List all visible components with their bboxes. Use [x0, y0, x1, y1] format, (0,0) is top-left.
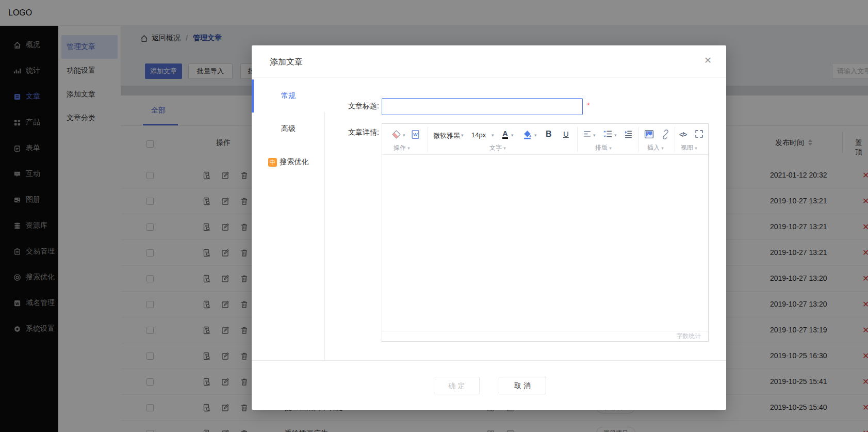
cancel-button[interactable]: 取 消 [499, 377, 546, 394]
toolbar-separator [675, 127, 675, 152]
seo-badge-icon: 中 [268, 158, 277, 167]
caret-down-icon[interactable]: ▾ [403, 133, 405, 138]
caret-down-icon[interactable]: ▾ [534, 133, 537, 138]
word-import-icon[interactable]: W [411, 130, 420, 139]
modal-header: 添加文章 ✕ [252, 45, 726, 77]
modal-body: 常规 高级 中搜索优化 文章标题: * 文章详情: ▾ W 操作 ▾ 微软雅黑 … [252, 77, 726, 360]
add-article-modal: 添加文章 ✕ 常规 高级 中搜索优化 文章标题: * 文章详情: ▾ W 操作 … [252, 45, 726, 410]
rich-text-editor: ▾ W 操作 ▾ 微软雅黑 ▾ 14px ▾ A ▾ ▾ B U 文字 ▾ ▾ [382, 123, 709, 342]
svg-text:W: W [413, 132, 418, 137]
active-tab-bar [252, 79, 254, 113]
close-icon[interactable]: ✕ [704, 55, 712, 66]
group-label-insert[interactable]: 插入 ▾ [647, 143, 664, 152]
modal-tab-advanced[interactable]: 高级 [252, 113, 325, 146]
article-detail-label: 文章详情: [325, 128, 379, 137]
required-asterisk: * [587, 101, 590, 109]
code-view-button[interactable]: </> [679, 131, 686, 138]
line-height-icon[interactable] [603, 130, 612, 138]
caret-down-icon[interactable]: ▾ [461, 133, 464, 138]
indent-icon[interactable] [624, 130, 633, 138]
group-label-text[interactable]: 文字 ▾ [489, 143, 506, 152]
bold-button[interactable]: B [546, 130, 552, 139]
confirm-button[interactable]: 确 定 [434, 377, 480, 394]
insert-link-icon[interactable] [661, 130, 670, 139]
modal-footer: 确 定 取 消 [252, 360, 726, 409]
insert-image-icon[interactable] [644, 130, 654, 139]
underline-button[interactable]: U [563, 130, 569, 138]
article-title-label: 文章标题: [325, 102, 379, 111]
group-label-op[interactable]: 操作 ▾ [394, 143, 410, 152]
modal-tab-seo[interactable]: 中搜索优化 [252, 146, 325, 179]
fullscreen-icon[interactable] [695, 130, 703, 138]
group-label-layout[interactable]: 排版 ▾ [595, 143, 612, 152]
background-color-icon[interactable] [522, 130, 532, 139]
article-title-input[interactable] [382, 98, 583, 115]
editor-content-area[interactable] [382, 155, 708, 331]
toolbar-separator [638, 127, 639, 152]
caret-down-icon[interactable]: ▾ [511, 133, 514, 138]
toolbar-separator [428, 127, 428, 152]
caret-down-icon[interactable]: ▾ [593, 133, 596, 138]
group-label-view[interactable]: 视图 ▾ [681, 143, 697, 152]
caret-down-icon[interactable]: ▾ [492, 133, 494, 138]
caret-down-icon[interactable]: ▾ [614, 133, 617, 138]
eraser-icon[interactable] [391, 130, 401, 139]
modal-title: 添加文章 [270, 57, 303, 68]
word-count-status: 字数统计 [382, 331, 708, 341]
font-size-select[interactable]: 14px [471, 131, 486, 139]
editor-toolbar: ▾ W 操作 ▾ 微软雅黑 ▾ 14px ▾ A ▾ ▾ B U 文字 ▾ ▾ [382, 124, 708, 155]
toolbar-separator [577, 127, 578, 152]
font-color-button[interactable]: A [502, 130, 508, 139]
align-icon[interactable] [583, 130, 592, 138]
modal-tab-general[interactable]: 常规 [252, 79, 325, 113]
font-family-select[interactable]: 微软雅黑 [433, 131, 460, 140]
